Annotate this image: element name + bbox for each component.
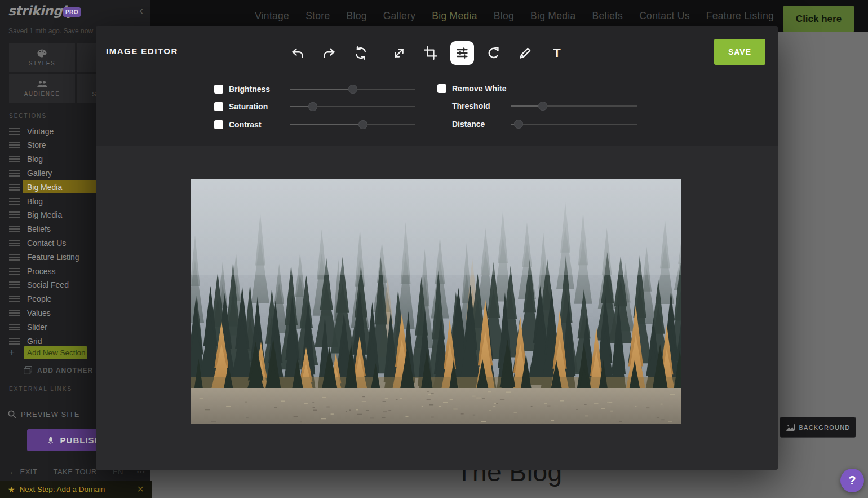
external-links-header: EXTERNAL LINKS [9, 386, 72, 392]
nav-item-feature-listing[interactable]: Feature Listing [706, 10, 774, 22]
drag-handle-icon[interactable] [9, 324, 20, 330]
more-menu-icon[interactable]: ••• [137, 469, 145, 475]
add-new-section-label: Add New Section [24, 346, 87, 359]
nav-item-blog[interactable]: Blog [346, 10, 366, 22]
nav-item-contact-us[interactable]: Contact Us [639, 10, 690, 22]
crop-tool-button[interactable] [415, 38, 446, 68]
redo-icon [322, 46, 336, 60]
drag-handle-icon[interactable] [9, 142, 20, 148]
reset-icon [354, 46, 367, 60]
contrast-slider[interactable] [290, 120, 415, 129]
threshold-slider[interactable] [511, 102, 637, 111]
slider-knob[interactable] [308, 102, 317, 111]
distance-slider[interactable] [511, 120, 637, 129]
tile-label: STYLES [29, 60, 55, 67]
drag-handle-icon[interactable] [9, 254, 20, 261]
nav-item-vintage[interactable]: Vintage [255, 10, 289, 22]
nav-item-blog[interactable]: Blog [494, 10, 514, 22]
drag-handle-icon[interactable] [9, 170, 20, 177]
close-icon[interactable]: ✕ [137, 484, 144, 495]
rotate-icon [487, 46, 501, 60]
saturation-checkbox[interactable] [214, 102, 223, 111]
take-tour-button[interactable]: TAKE TOUR [53, 468, 96, 476]
search-icon [8, 410, 16, 418]
drag-handle-icon[interactable] [9, 184, 20, 191]
text-tool-button[interactable]: T [541, 38, 573, 68]
drag-handle-icon[interactable] [9, 128, 20, 135]
collapse-sidebar-icon[interactable]: ‹ [139, 3, 143, 17]
sidebar-tile-styles[interactable]: STYLES [9, 43, 75, 72]
image-editor-header: IMAGE EDITOR T SAVE Brightness Saturatio… [96, 26, 778, 146]
contrast-checkbox[interactable] [214, 120, 223, 129]
image-editor-modal: IMAGE EDITOR T SAVE Brightness Saturatio… [96, 26, 778, 470]
nav-item-beliefs[interactable]: Beliefs [592, 10, 623, 22]
section-label: Social Feed [27, 280, 69, 289]
contrast-label: Contrast [229, 120, 262, 129]
save-now-link[interactable]: Save now [63, 27, 93, 35]
adjust-tool-button[interactable] [446, 38, 478, 68]
brightness-checkbox[interactable] [214, 85, 223, 94]
nav-item-gallery[interactable]: Gallery [383, 10, 416, 22]
exit-button[interactable]: EXIT [20, 468, 38, 476]
drag-handle-icon[interactable] [9, 281, 20, 288]
editor-canvas-area [96, 146, 778, 470]
drag-handle-icon[interactable] [9, 310, 20, 316]
slider-knob[interactable] [514, 120, 523, 129]
slider-knob[interactable] [348, 85, 357, 94]
image-icon [786, 424, 795, 431]
slider-knob[interactable] [358, 120, 367, 129]
audience-icon [37, 80, 48, 88]
background-button[interactable]: BACKGROUND [780, 417, 856, 438]
nav-item-big-media[interactable]: Big Media [530, 10, 576, 22]
draw-tool-button[interactable] [510, 38, 541, 68]
drag-handle-icon[interactable] [9, 296, 20, 302]
publish-label: PUBLISH [60, 435, 101, 445]
next-step-label[interactable]: Next Step: Add a Domain [20, 485, 137, 493]
brightness-label: Brightness [229, 85, 270, 94]
section-label: Vintage [27, 127, 54, 136]
back-arrow-icon: ← [9, 468, 17, 476]
next-step-bar: ★ Next Step: Add a Domain ✕ [0, 481, 152, 498]
section-label: Beliefs [27, 224, 51, 233]
editor-toolbar: T [282, 38, 573, 68]
brightness-slider[interactable] [290, 85, 415, 94]
save-button[interactable]: SAVE [714, 39, 765, 65]
star-icon: ★ [8, 485, 15, 494]
section-label: Grid [27, 337, 42, 346]
slider-knob[interactable] [538, 102, 547, 111]
redo-tool-button[interactable] [313, 38, 345, 68]
section-label: Gallery [27, 169, 52, 178]
preview-site-label: PREVIEW SITE [21, 410, 79, 418]
drag-handle-icon[interactable] [9, 198, 20, 205]
preview-site-button[interactable]: PREVIEW SITE [8, 410, 79, 418]
drag-handle-icon[interactable] [9, 211, 20, 218]
adjust-icon [455, 46, 469, 60]
undo-tool-button[interactable] [282, 38, 313, 68]
saturation-slider[interactable] [290, 102, 415, 111]
distance-label: Distance [452, 120, 485, 129]
help-button[interactable]: ? [840, 469, 864, 492]
undo-icon [291, 46, 304, 60]
rotate-tool-button[interactable] [478, 38, 510, 68]
sidebar-tile-audience[interactable]: AUDIENCE [9, 74, 75, 103]
pages-icon [24, 366, 32, 374]
section-label: Feature Listing [27, 253, 79, 262]
drag-handle-icon[interactable] [9, 240, 20, 246]
resize-tool-button[interactable] [383, 38, 415, 68]
save-status: Saved 1 mth ago. Save now [8, 27, 93, 35]
nav-cta-button[interactable]: Click here [783, 6, 854, 32]
text-icon: T [550, 46, 564, 60]
section-label: Blog [27, 155, 43, 164]
section-label: Big Media [27, 210, 62, 219]
section-label: Contact Us [27, 239, 66, 248]
drag-handle-icon[interactable] [9, 338, 20, 345]
drag-handle-icon[interactable] [9, 156, 20, 162]
nav-item-big-media[interactable]: Big Media [432, 10, 477, 22]
drag-handle-icon[interactable] [9, 268, 20, 275]
section-label: Values [27, 309, 51, 318]
remove-white-checkbox[interactable] [437, 84, 446, 93]
drag-handle-icon[interactable] [9, 226, 20, 232]
app-window: VintageStoreBlogGalleryBig MediaBlogBig … [0, 0, 868, 498]
reset-tool-button[interactable] [345, 38, 377, 68]
nav-item-store[interactable]: Store [305, 10, 330, 22]
